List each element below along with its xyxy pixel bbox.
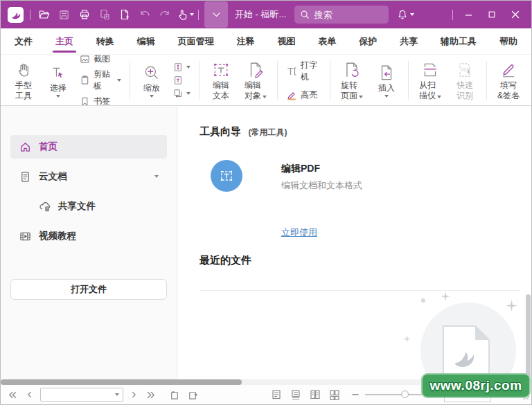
hand-pointer-icon[interactable] — [175, 3, 195, 26]
bookmark-button[interactable]: 书签 — [80, 96, 121, 107]
first-page-button[interactable] — [8, 390, 18, 400]
minimize-button[interactable] — [456, 3, 480, 26]
horizontal-scrollbar-thumb[interactable] — [1, 379, 242, 385]
sidebar-item-home[interactable]: 首页 — [10, 135, 167, 159]
ribbon-toolbar: 手型 工具 选择 截图 剪贴板 — [1, 55, 531, 106]
insert-pages-button[interactable]: 插入 — [371, 62, 402, 98]
insert-pages-icon — [378, 62, 396, 83]
quick-ocr-label: 快速 识别 — [456, 80, 473, 100]
open-file-button[interactable]: 打开文件 — [10, 279, 167, 300]
menu-form[interactable]: 表单 — [317, 28, 337, 55]
menu-comment[interactable]: 注释 — [236, 28, 256, 55]
hand-icon — [15, 60, 32, 80]
decor-dot — [421, 298, 425, 303]
divider — [130, 61, 130, 100]
search-input[interactable] — [314, 10, 376, 20]
open-file-icon[interactable] — [34, 3, 54, 26]
fit-page-button[interactable] — [173, 62, 190, 72]
search-box[interactable] — [294, 6, 389, 24]
collapse-ribbon-button[interactable] — [513, 89, 520, 101]
save-icon[interactable] — [54, 3, 74, 26]
chevron-down-icon — [115, 393, 119, 396]
highlight-button[interactable]: 高亮 — [286, 89, 321, 101]
chevron-down-icon — [186, 92, 190, 95]
vertical-scrollbar[interactable] — [526, 294, 531, 379]
typewriter-label: 打字机 — [301, 60, 321, 83]
select-tool-button[interactable]: 选择 — [43, 62, 73, 98]
zoom-out-button[interactable] — [351, 390, 360, 399]
sidebar-item-shared-files[interactable]: 共享文件 — [30, 195, 167, 218]
page-number-combobox[interactable] — [40, 388, 123, 402]
continuous-view-button[interactable] — [290, 389, 301, 400]
reflow-button[interactable] — [173, 89, 190, 98]
notifications-button[interactable] — [397, 9, 414, 20]
actual-size-button[interactable] — [173, 75, 190, 85]
use-now-link[interactable]: 立即使用 — [281, 226, 317, 239]
maximize-button[interactable] — [480, 3, 504, 26]
fit-page-icon — [173, 62, 183, 72]
new-document-icon[interactable] — [114, 3, 134, 26]
redo-icon[interactable] — [154, 3, 175, 26]
sparkle-icon — [506, 300, 517, 314]
menu-share[interactable]: 共享 — [398, 28, 419, 55]
quick-ocr-button[interactable]: OCR 快速 识别 — [450, 60, 480, 100]
menu-edit[interactable]: 编辑 — [136, 28, 157, 55]
zoom-tool-button[interactable]: 缩放 — [136, 62, 167, 98]
menu-home[interactable]: 主页 — [54, 28, 75, 55]
chevron-down-icon — [150, 95, 154, 98]
continuous-facing-view-button[interactable] — [329, 389, 340, 400]
rotate-pages-button[interactable]: 旋转 页面 — [337, 60, 367, 100]
divider — [452, 10, 453, 20]
sidebar-item-video-tutorials-label: 视频教程 — [39, 230, 76, 242]
menu-convert[interactable]: 转换 — [95, 28, 116, 55]
view-mode-group — [271, 389, 340, 400]
sidebar-item-shared-files-label: 共享文件 — [58, 200, 96, 213]
undo-icon[interactable] — [134, 3, 154, 26]
print-icon[interactable] — [74, 3, 94, 26]
page-fit-group — [173, 62, 190, 98]
page-number-input[interactable] — [44, 390, 115, 399]
sidebar-item-home-label: 首页 — [39, 141, 57, 153]
screenshot-button[interactable]: 截图 — [80, 53, 121, 65]
chevron-down-icon — [154, 175, 159, 178]
clipboard-tools-group: 截图 剪贴板 书签 — [80, 53, 121, 107]
from-scanner-button[interactable]: 从扫 描仪 — [415, 60, 445, 100]
facing-view-button[interactable] — [310, 389, 321, 400]
select-text-icon — [50, 62, 66, 83]
menu-view[interactable]: 视图 — [276, 28, 296, 55]
previous-page-button[interactable] — [25, 390, 35, 399]
menu-file[interactable]: 文件 — [13, 28, 34, 55]
last-page-button[interactable] — [145, 390, 156, 400]
sidebar-item-cloud-docs[interactable]: 云文档 — [10, 165, 167, 188]
close-button[interactable] — [504, 3, 527, 26]
main-content: 工具向导 (常用工具) 编辑PDF 编辑文档和文本格式 立即使用 最近的文件 — [177, 106, 531, 379]
single-page-view-button[interactable] — [271, 389, 282, 400]
app-window: 开始 - 福昕... 文件 主页 转换 编辑 — [0, 0, 532, 405]
hand-tool-button[interactable]: 手型 工具 — [8, 60, 39, 100]
save-as-icon[interactable] — [94, 3, 114, 26]
hide-toolbar-button[interactable] — [204, 1, 228, 28]
next-page-button[interactable] — [129, 390, 139, 399]
chevron-down-icon — [190, 13, 194, 16]
edit-pdf-tool-icon[interactable] — [211, 160, 242, 192]
menu-organize[interactable]: 页面管理 — [177, 28, 215, 55]
sidebar-item-video-tutorials[interactable]: 视频教程 — [10, 224, 167, 248]
select-tool-label: 选择 — [50, 83, 66, 93]
zoom-slider-handle[interactable] — [401, 390, 409, 398]
typewriter-button[interactable]: 打字机 — [286, 60, 321, 83]
edit-object-button[interactable]: 编辑 对象 — [240, 60, 271, 100]
sidebar: 首页 云文档 共享文件 视频教程 打开文件 — [1, 106, 177, 379]
menu-accessibility[interactable]: 辅助工具 — [439, 28, 478, 55]
edit-text-button[interactable]: 编辑 文本 — [206, 60, 236, 100]
previous-view-button[interactable] — [168, 389, 180, 401]
tool-wizard-title: 工具向导 — [200, 125, 241, 137]
menu-help[interactable]: 帮助 — [498, 28, 519, 55]
bookmark-icon — [80, 96, 90, 107]
next-view-button[interactable] — [187, 389, 199, 401]
edit-object-label: 编辑 对象 — [245, 80, 261, 100]
insert-pages-label: 插入 — [378, 83, 395, 93]
home-icon — [19, 141, 32, 154]
clipboard-button[interactable]: 剪贴板 — [80, 69, 121, 92]
menu-protect[interactable]: 保护 — [357, 28, 378, 55]
sparkle-icon — [441, 291, 450, 304]
